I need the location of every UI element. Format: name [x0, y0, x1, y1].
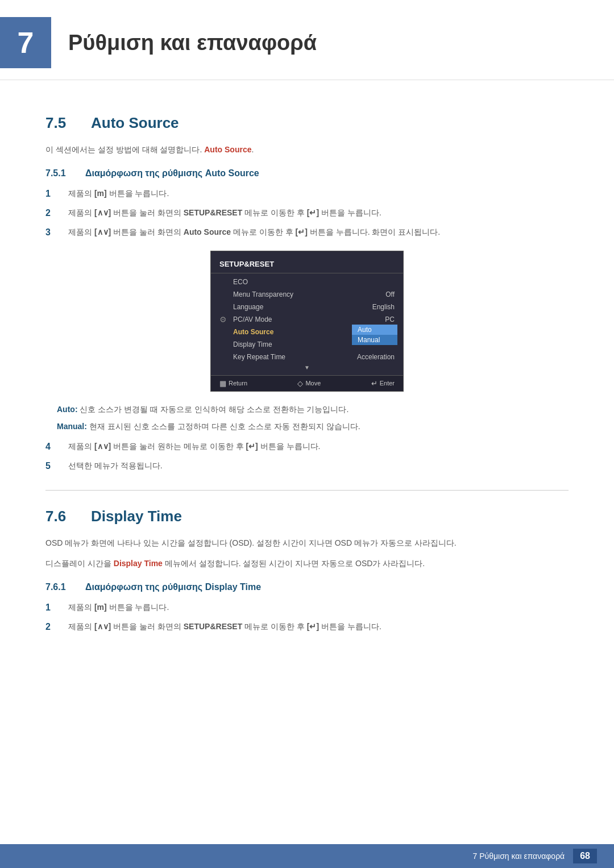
- footer-page-number: 68: [573, 849, 597, 863]
- section-7-5-title: Auto Source: [91, 114, 179, 132]
- subsection-7-5-1-number: 7.5.1: [45, 168, 77, 178]
- section-7-6-intro-2: 디스플레이 시간을 Display Time 메뉴에서 설정합니다. 설정된 시…: [45, 557, 569, 571]
- section-7-5-heading: 7.5 Auto Source: [45, 114, 569, 132]
- osd-row-key-repeat: Key Repeat Time Acceleration: [211, 351, 403, 363]
- section-7-5-number: 7.5: [45, 114, 80, 132]
- gear-icon: ⚙: [219, 315, 233, 324]
- steps-1-3: 1 제품의 [m] 버튼을 누릅니다. 2 제품의 [∧∨] 버튼을 눌러 화면…: [45, 187, 569, 239]
- note-manual: Manual: 현재 표시된 신호 소스를 고정하며 다른 신호 소스로 자동 …: [45, 420, 569, 434]
- section-7-5-intro: 이 섹션에서는 설정 방법에 대해 설명합니다. Auto Source.: [45, 143, 569, 157]
- osd-row-transparency: Menu Transparency Off: [211, 288, 403, 301]
- page-footer: 7 Ρύθμιση και επαναφορά 68: [0, 844, 614, 868]
- note-auto: Auto: 신호 소스가 변경될 때 자동으로 인식하여 해당 소스로 전환하는…: [45, 403, 569, 417]
- section-7-6-intro-1: OSD 메뉴가 화면에 나타나 있는 시간을 설정합니다 (OSD). 설정한 …: [45, 537, 569, 550]
- step-1: 1 제품의 [m] 버튼을 누릅니다.: [45, 187, 569, 201]
- chapter-number: 7: [0, 17, 51, 68]
- osd-scroll-indicator: ▼: [211, 363, 403, 372]
- osd-menu-box: SETUP&RESET ECO Menu Transparency Off La…: [210, 251, 404, 392]
- subsection-7-6-1-heading: 7.6.1 Διαμόρφωση της ρύθμισης Display Ti…: [45, 582, 569, 592]
- osd-submenu-manual: Manual: [352, 335, 397, 345]
- section-7-6-title: Display Time: [91, 508, 182, 525]
- move-icon: ◇: [297, 379, 303, 388]
- osd-footer: ▦ Return ◇ Move ↵ Enter: [211, 375, 403, 391]
- intro-highlight: Auto Source: [204, 145, 251, 154]
- footer-chapter-label: 7 Ρύθμιση και επαναφορά: [473, 852, 565, 861]
- steps-7-6-1: 1 제품의 [m] 버튼을 누릅니다. 2 제품의 [∧∨] 버튼을 눌러 화면…: [45, 601, 569, 634]
- step-4: 4 제품의 [∧∨] 버튼을 눌러 원하는 메뉴로 이동한 후 [↵] 버튼을 …: [45, 440, 569, 454]
- subsection-7-6-1-number: 7.6.1: [45, 582, 77, 592]
- osd-row-autosource: Auto Source Auto Manual: [211, 326, 403, 338]
- osd-screenshot: SETUP&RESET ECO Menu Transparency Off La…: [45, 251, 569, 392]
- osd-menu-title: SETUP&RESET: [211, 257, 403, 273]
- section-7-6-heading: 7.6 Display Time: [45, 508, 569, 525]
- section-7-6-number: 7.6: [45, 508, 80, 525]
- step-2: 2 제품의 [∧∨] 버튼을 눌러 화면의 SETUP&RESET 메뉴로 이동…: [45, 206, 569, 220]
- osd-footer-move: ◇ Move: [297, 379, 321, 388]
- osd-footer-return: ▦ Return: [219, 379, 247, 388]
- subsection-7-5-1-heading: 7.5.1 Διαμόρφωση της ρύθμισης Auto Sourc…: [45, 168, 569, 178]
- subsection-7-6-1-title: Διαμόρφωση της ρύθμισης Display Time: [85, 582, 261, 592]
- enter-icon: ↵: [371, 379, 377, 388]
- osd-row-language: Language English: [211, 301, 403, 313]
- subsection-7-5-1-title: Διαμόρφωση της ρύθμισης Auto Source: [85, 168, 259, 178]
- section-divider: [45, 490, 569, 491]
- step-3: 3 제품의 [∧∨] 버튼을 눌러 화면의 Auto Source 메뉴로 이동…: [45, 226, 569, 239]
- step-7-6-1: 1 제품의 [m] 버튼을 누릅니다.: [45, 601, 569, 614]
- step-7-6-2: 2 제품의 [∧∨] 버튼을 눌러 화면의 SETUP&RESET 메뉴로 이동…: [45, 620, 569, 634]
- osd-submenu: Auto Manual: [352, 325, 397, 345]
- return-icon: ▦: [219, 379, 226, 388]
- osd-row-pcav: ⚙ PC/AV Mode PC: [211, 313, 403, 326]
- osd-footer-enter: ↵ Enter: [371, 379, 395, 388]
- notes-section: Auto: 신호 소스가 변경될 때 자동으로 인식하여 해당 소스로 전환하는…: [45, 403, 569, 434]
- osd-row-eco: ECO: [211, 276, 403, 288]
- step-5: 5 선택한 메뉴가 적용됩니다.: [45, 459, 569, 473]
- chapter-title: Ρύθμιση και επαναφορά: [68, 31, 317, 55]
- steps-4-5: 4 제품의 [∧∨] 버튼을 눌러 원하는 메뉴로 이동한 후 [↵] 버튼을 …: [45, 440, 569, 473]
- chapter-header: 7 Ρύθμιση και επαναφορά: [0, 0, 614, 80]
- osd-submenu-auto: Auto: [352, 325, 397, 335]
- main-content: 7.5 Auto Source 이 섹션에서는 설정 방법에 대해 설명합니다.…: [0, 86, 614, 685]
